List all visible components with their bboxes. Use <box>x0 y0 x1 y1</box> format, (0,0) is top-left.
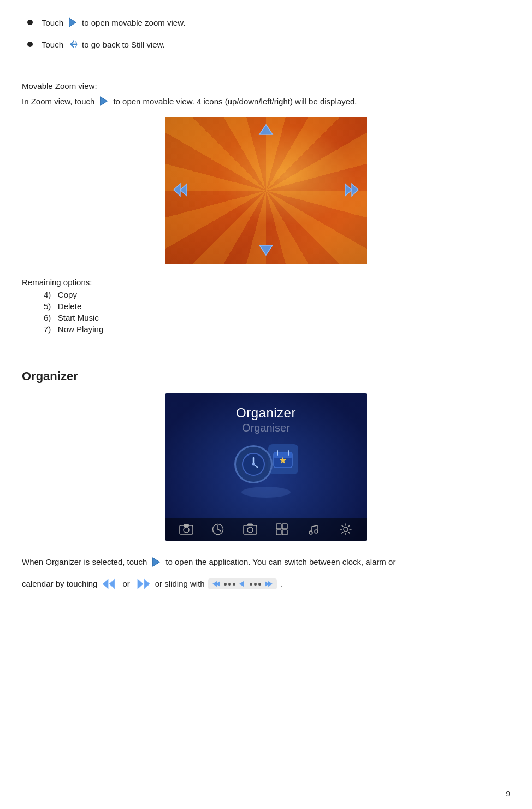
bullet2-after: to go back to Still view. <box>82 40 165 49</box>
zoom-view-description: In Zoom view, touch to open movable view… <box>22 95 510 107</box>
item-6-number: 6) <box>44 313 51 322</box>
zoom-desc-after: to open movable view. 4 icons (up/down/l… <box>113 97 357 106</box>
bullet-text-2: Touch to go back to Still view. <box>42 38 165 50</box>
svg-rect-26 <box>282 524 287 529</box>
organizer-heading: Organizer <box>22 369 510 383</box>
svg-marker-35 <box>138 579 143 589</box>
svg-marker-6 <box>345 184 352 196</box>
music-icon <box>306 522 321 537</box>
svg-marker-3 <box>259 245 273 255</box>
calendar-before: calendar by touching <box>22 576 97 592</box>
dot-2 <box>228 583 231 586</box>
movable-zoom-heading: Movable Zoom view: <box>22 81 510 91</box>
zoom-desc-before: In Zoom view, touch <box>22 97 94 106</box>
organizer-calendar-icon <box>268 444 298 474</box>
page-number: 9 <box>506 789 510 798</box>
svg-point-24 <box>247 527 253 533</box>
svg-line-22 <box>218 529 221 531</box>
list-item-start-music: 6) Start Music <box>44 313 510 322</box>
numbered-list: 4) Copy 5) Delete 6) Start Music 7) Now … <box>44 290 510 334</box>
arrow-back-icon <box>67 38 79 50</box>
bullet-item-2: Touch to go back to Still view. <box>27 38 510 50</box>
svg-marker-5 <box>174 184 180 196</box>
svg-point-30 <box>315 530 318 533</box>
nav-up-arrow <box>257 122 275 143</box>
when-desc-middle: to open the application. You can switch … <box>165 554 395 570</box>
svg-marker-41 <box>268 581 273 587</box>
grid-icon <box>274 522 289 537</box>
bullet-dot-1 <box>27 20 33 25</box>
svg-rect-28 <box>282 530 287 535</box>
remaining-title: Remaining options: <box>22 277 510 287</box>
organizer-image-container: Organizer Organiser <box>22 393 510 541</box>
item-7-number: 7) <box>44 324 51 334</box>
svg-marker-34 <box>103 579 108 589</box>
svg-marker-4 <box>180 184 187 196</box>
when-organizer-para: When Organizer is selected, touch to ope… <box>22 554 510 570</box>
dot-5 <box>254 583 257 586</box>
svg-marker-1 <box>101 97 108 106</box>
arrow-right-icon-3 <box>150 556 162 568</box>
svg-point-18 <box>184 527 189 533</box>
item-4-number: 4) <box>44 290 51 299</box>
nav-right-arrow <box>339 182 359 200</box>
svg-marker-0 <box>69 18 76 27</box>
dot-6 <box>258 583 261 586</box>
svg-marker-36 <box>144 579 150 589</box>
clock-icon <box>210 522 226 537</box>
bullet2-before: Touch <box>42 40 63 49</box>
svg-marker-2 <box>259 125 273 134</box>
organizer-bottom-bar <box>165 518 367 541</box>
calendar-or-2: or sliding with <box>155 576 205 592</box>
calendar-period: . <box>280 576 282 592</box>
svg-point-11 <box>252 463 255 466</box>
svg-marker-33 <box>109 579 115 589</box>
list-item-now-playing: 7) Now Playing <box>44 324 510 334</box>
list-item-delete: 5) Delete <box>44 302 510 311</box>
svg-rect-19 <box>184 524 189 527</box>
zoom-image-container <box>22 117 510 264</box>
settings-icon <box>338 522 353 537</box>
item-5-label: Delete <box>58 302 81 311</box>
bullet-dot-2 <box>27 42 33 47</box>
nav-left-arrow <box>173 182 193 200</box>
bullet-item-1: Touch to open movable zoom view. <box>27 16 510 28</box>
arrow-right-icon-1 <box>67 16 79 28</box>
when-desc-before: When Organizer is selected, touch <box>22 554 147 570</box>
item-6-label: Start Music <box>58 313 99 322</box>
dot-1 <box>224 583 227 586</box>
organizer-screen-title: Organizer <box>165 405 367 421</box>
svg-marker-38 <box>212 581 217 587</box>
nav-down-arrow <box>257 239 275 259</box>
item-7-label: Now Playing <box>58 324 103 334</box>
item-4-label: Copy <box>58 290 77 299</box>
svg-marker-7 <box>352 184 358 196</box>
sliding-indicator <box>208 578 277 589</box>
svg-marker-32 <box>153 558 160 567</box>
svg-point-31 <box>344 527 348 532</box>
zoom-image <box>165 117 367 264</box>
remaining-section: Remaining options: 4) Copy 5) Delete 6) … <box>22 277 510 334</box>
double-left-icon <box>101 577 119 590</box>
organizer-clock-icon <box>234 445 273 483</box>
camera-icon <box>243 522 258 537</box>
organizer-screen-subtitle: Organiser <box>165 422 367 434</box>
photo-icon <box>179 522 194 537</box>
calendar-or-1: or <box>122 576 129 592</box>
double-right-icon <box>133 577 152 590</box>
bullet-text-1: Touch to open movable zoom view. <box>42 16 185 28</box>
svg-point-29 <box>309 531 312 534</box>
item-5-number: 5) <box>44 302 51 311</box>
svg-rect-27 <box>276 530 281 535</box>
list-item-copy: 4) Copy <box>44 290 510 299</box>
svg-marker-39 <box>239 581 244 587</box>
dot-3 <box>233 583 235 586</box>
bullet1-before: Touch <box>42 18 63 27</box>
dot-4 <box>250 583 252 586</box>
organizer-image: Organizer Organiser <box>165 393 367 541</box>
svg-rect-25 <box>276 524 281 529</box>
arrow-right-icon-2 <box>98 95 110 107</box>
calendar-para: calendar by touching or or sliding with <box>22 576 510 592</box>
bullet1-after: to open movable zoom view. <box>82 18 185 27</box>
